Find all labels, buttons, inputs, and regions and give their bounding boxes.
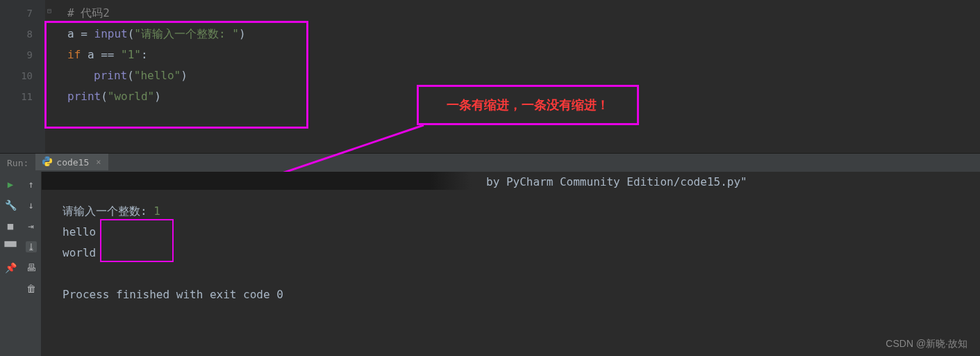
console-prompt: 请输入一个整数: bbox=[63, 204, 153, 218]
code-op: = bbox=[81, 27, 94, 40]
run-tab-label: code15 bbox=[56, 157, 89, 168]
code-string: "world" bbox=[108, 90, 154, 103]
console-path: by PyCharm Community Edition/code15.py" bbox=[486, 172, 747, 193]
console-line: hello bbox=[63, 222, 969, 243]
line-number: 8 bbox=[0, 24, 33, 44]
console-input-value: 1 bbox=[153, 204, 160, 218]
up-icon[interactable]: ↑ bbox=[26, 179, 37, 190]
redacted-bar bbox=[42, 172, 431, 190]
code-string: "请输入一个整数: " bbox=[134, 27, 239, 40]
console-output[interactable]: by PyCharm Community Edition/code15.py" … bbox=[42, 172, 980, 356]
line-number: 10 bbox=[0, 65, 33, 86]
code-paren: ( bbox=[128, 27, 135, 40]
fold-icon[interactable]: ⊟ bbox=[47, 7, 54, 14]
run-tab[interactable]: code15 × bbox=[35, 154, 108, 172]
scroll-icon[interactable]: ⤓ bbox=[26, 241, 37, 252]
wrap-icon[interactable]: ⇥ bbox=[26, 220, 37, 232]
pin-icon[interactable]: 📌 bbox=[5, 262, 16, 273]
code-paren: ( bbox=[127, 69, 134, 82]
code-string: "hello" bbox=[134, 69, 181, 82]
watermark: CSDN @新晓·故知 bbox=[886, 338, 967, 350]
code-colon: : bbox=[141, 48, 148, 61]
code-string: "1" bbox=[121, 48, 141, 61]
code-builtin: print bbox=[94, 69, 127, 82]
python-icon bbox=[42, 156, 52, 168]
down-icon[interactable]: ↓ bbox=[26, 200, 37, 211]
console-area: ▶ 🔧 ■ ▀▀ 📌 ↑ ↓ ⇥ ⤓ 🖶 🗑 by PyCharm Commun… bbox=[0, 172, 980, 356]
close-icon[interactable]: × bbox=[96, 157, 101, 167]
code-builtin: input bbox=[94, 27, 128, 40]
trash-icon[interactable]: 🗑 bbox=[26, 283, 37, 294]
wrench-icon[interactable]: 🔧 bbox=[5, 200, 16, 211]
code-paren: ) bbox=[181, 69, 188, 82]
run-label: Run: bbox=[0, 158, 35, 168]
line-number: 11 bbox=[0, 86, 33, 107]
run-panel-header: Run: code15 × bbox=[0, 153, 980, 172]
code-var: a bbox=[88, 48, 101, 61]
line-number: 9 bbox=[0, 44, 33, 65]
editor-pane: 7 8 9 10 11 ⊟ # 代码2 a = input("请输入一个整数: … bbox=[0, 0, 980, 153]
print-icon[interactable]: 🖶 bbox=[26, 262, 37, 273]
line-gutter: 7 8 9 10 11 bbox=[0, 0, 45, 153]
layout-icon[interactable]: ▀▀ bbox=[5, 241, 16, 252]
code-paren: ) bbox=[239, 27, 246, 40]
annotation-box: 一条有缩进，一条没有缩进！ bbox=[417, 85, 639, 125]
stop-icon[interactable]: ■ bbox=[5, 220, 16, 232]
tool-column-left: ▶ 🔧 ■ ▀▀ 📌 bbox=[0, 172, 21, 356]
fold-column: ⊟ bbox=[45, 0, 58, 153]
code-paren: ( bbox=[101, 90, 108, 103]
tool-column-right: ↑ ↓ ⇥ ⤓ 🖶 🗑 bbox=[21, 172, 42, 356]
console-line: world bbox=[63, 243, 969, 264]
console-exit: Process finished with exit code 0 bbox=[63, 284, 969, 305]
code-area[interactable]: # 代码2 a = input("请输入一个整数: ") if a == "1"… bbox=[58, 0, 246, 153]
code-paren: ) bbox=[154, 90, 161, 103]
code-comment: # 代码2 bbox=[67, 6, 110, 19]
run-icon[interactable]: ▶ bbox=[5, 179, 16, 190]
line-number: 7 bbox=[0, 3, 33, 24]
code-op: == bbox=[101, 48, 121, 61]
code-builtin: print bbox=[67, 90, 101, 103]
code-var: a bbox=[67, 27, 81, 40]
code-keyword: if bbox=[67, 48, 88, 61]
